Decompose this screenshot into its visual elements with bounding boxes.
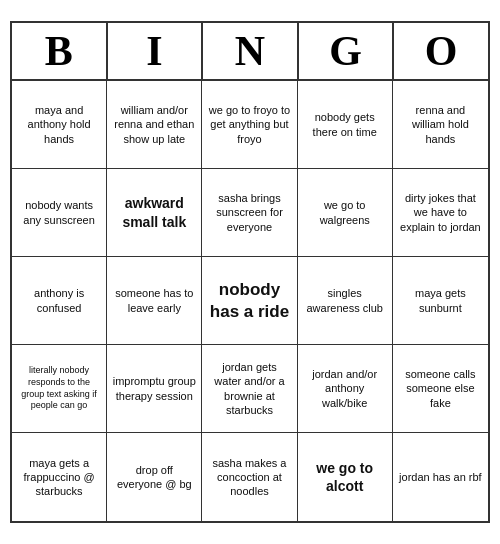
bingo-cell-11: someone has to leave early (107, 257, 202, 345)
header-letter-i: I (108, 23, 204, 79)
bingo-cell-10: anthony is confused (12, 257, 107, 345)
header-letter-o: O (394, 23, 488, 79)
bingo-cell-18: jordan and/or anthony walk/bike (298, 345, 393, 433)
bingo-card: BINGO maya and anthony hold handswilliam… (10, 21, 490, 523)
bingo-cell-12: nobody has a ride (202, 257, 297, 345)
bingo-cell-7: sasha brings sunscreen for everyone (202, 169, 297, 257)
bingo-cell-13: singles awareness club (298, 257, 393, 345)
header-letter-b: B (12, 23, 108, 79)
bingo-cell-15: literally nobody responds to the group t… (12, 345, 107, 433)
bingo-cell-23: we go to alcott (298, 433, 393, 521)
bingo-cell-21: drop off everyone @ bg (107, 433, 202, 521)
bingo-grid: maya and anthony hold handswilliam and/o… (12, 81, 488, 521)
bingo-cell-16: impromptu group therapy session (107, 345, 202, 433)
bingo-cell-0: maya and anthony hold hands (12, 81, 107, 169)
bingo-cell-8: we go to walgreens (298, 169, 393, 257)
bingo-cell-24: jordan has an rbf (393, 433, 488, 521)
bingo-cell-3: nobody gets there on time (298, 81, 393, 169)
bingo-cell-9: dirty jokes that we have to explain to j… (393, 169, 488, 257)
bingo-cell-17: jordan gets water and/or a brownie at st… (202, 345, 297, 433)
bingo-cell-1: william and/or renna and ethan show up l… (107, 81, 202, 169)
bingo-cell-19: someone calls someone else fake (393, 345, 488, 433)
bingo-cell-2: we go to froyo to get anything but froyo (202, 81, 297, 169)
bingo-cell-5: nobody wants any sunscreen (12, 169, 107, 257)
bingo-header: BINGO (12, 23, 488, 81)
header-letter-n: N (203, 23, 299, 79)
bingo-cell-20: maya gets a frappuccino @ starbucks (12, 433, 107, 521)
header-letter-g: G (299, 23, 395, 79)
bingo-cell-6: awkward small talk (107, 169, 202, 257)
bingo-cell-14: maya gets sunburnt (393, 257, 488, 345)
bingo-cell-22: sasha makes a concoction at noodles (202, 433, 297, 521)
bingo-cell-4: renna and william hold hands (393, 81, 488, 169)
